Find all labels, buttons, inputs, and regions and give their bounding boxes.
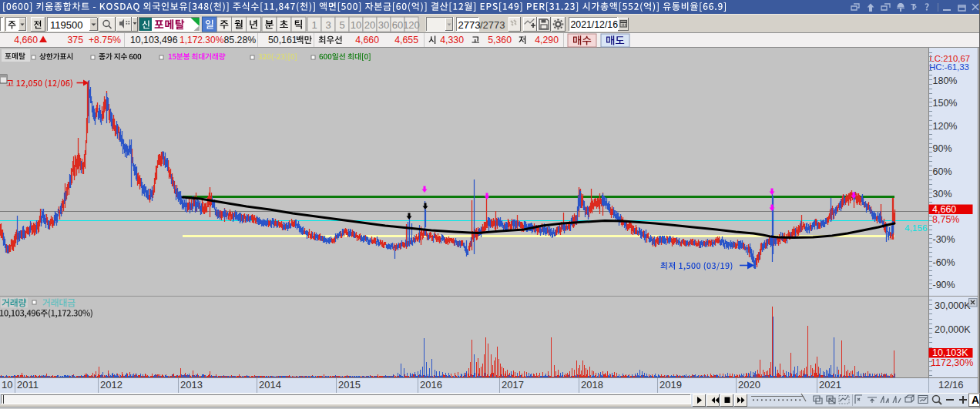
svg-text:375: 375 [67,35,83,45]
svg-text:HC:-61,33: HC:-61,33 [929,62,969,72]
svg-text:10: 10 [351,19,361,31]
svg-text:2014: 2014 [259,379,281,391]
svg-text:5: 5 [339,19,344,31]
svg-text:2021/12/16: 2021/12/16 [571,19,619,30]
svg-text:/2773: /2773 [480,19,505,31]
svg-text:2018: 2018 [581,379,603,391]
svg-text:12/16: 12/16 [938,379,964,391]
svg-text:119500: 119500 [50,19,82,31]
svg-text:120: 120 [403,19,420,31]
svg-text:2020: 2020 [738,379,760,391]
svg-text:3: 3 [325,19,331,31]
svg-text:20,000K: 20,000K [935,324,971,335]
svg-text:2021: 2021 [819,379,841,391]
svg-text:-90%: -90% [933,280,955,290]
svg-text:A: A [972,394,979,406]
svg-text:1,172.30%: 1,172.30% [180,35,224,45]
svg-text:2019: 2019 [659,379,682,391]
svg-text:4,330: 4,330 [440,35,464,45]
svg-text:30%: 30% [933,189,952,199]
svg-text:30: 30 [378,19,389,31]
svg-text:5,360: 5,360 [488,35,512,45]
svg-text:2013: 2013 [180,379,203,391]
svg-text:8,75%: 8,75% [932,214,959,225]
svg-text:-60%: -60% [933,257,955,268]
svg-text:2015: 2015 [338,379,361,391]
svg-text:85.28%: 85.28% [224,35,257,45]
svg-text:60%: 60% [933,166,952,177]
svg-text:2012: 2012 [100,379,123,391]
svg-text:-30%: -30% [933,234,955,245]
svg-text:+8.75%: +8.75% [89,35,121,45]
svg-text:4,156: 4,156 [904,223,928,233]
svg-text:2016: 2016 [420,379,442,391]
svg-text:60: 60 [392,19,403,31]
svg-text:1: 1 [311,19,317,31]
svg-text:30,000K: 30,000K [935,300,971,311]
svg-text:4,660: 4,660 [355,35,379,45]
svg-text:50,161: 50,161 [268,35,297,45]
svg-text:150%: 150% [933,98,958,109]
svg-text:10,103,496: 10,103,496 [130,35,178,45]
svg-text:2011: 2011 [17,379,39,391]
svg-text:4,655: 4,655 [394,35,418,45]
svg-text:4,660: 4,660 [14,35,38,45]
svg-text:2773: 2773 [458,19,481,31]
svg-text:90%: 90% [933,143,952,154]
svg-text:4,660: 4,660 [932,204,956,215]
svg-text:180%: 180% [933,75,958,86]
svg-text:4,290: 4,290 [535,35,559,45]
svg-text:1172,30%: 1172,30% [931,357,973,368]
svg-text:10: 10 [2,379,12,391]
svg-text:2017: 2017 [502,379,524,391]
svg-text:120%: 120% [933,121,958,132]
svg-text:20: 20 [364,19,375,31]
